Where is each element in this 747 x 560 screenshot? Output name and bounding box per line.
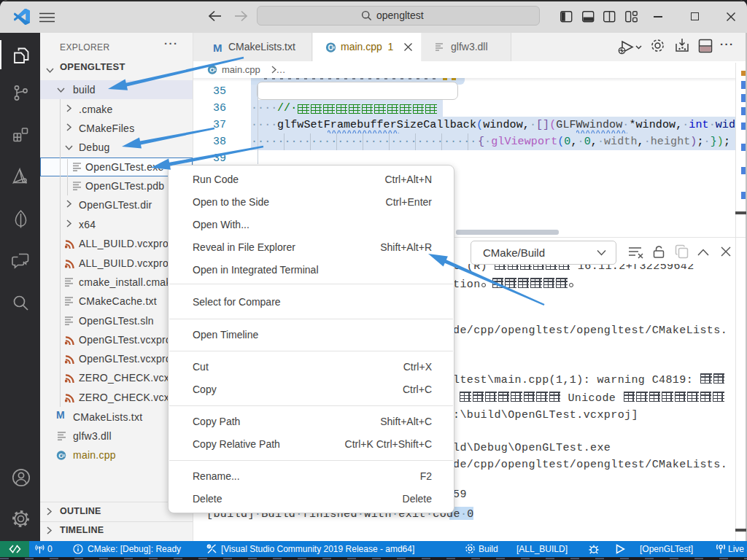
svg-text:M: M: [213, 42, 222, 53]
svg-text:C: C: [328, 44, 333, 52]
svg-text:C: C: [209, 66, 214, 74]
